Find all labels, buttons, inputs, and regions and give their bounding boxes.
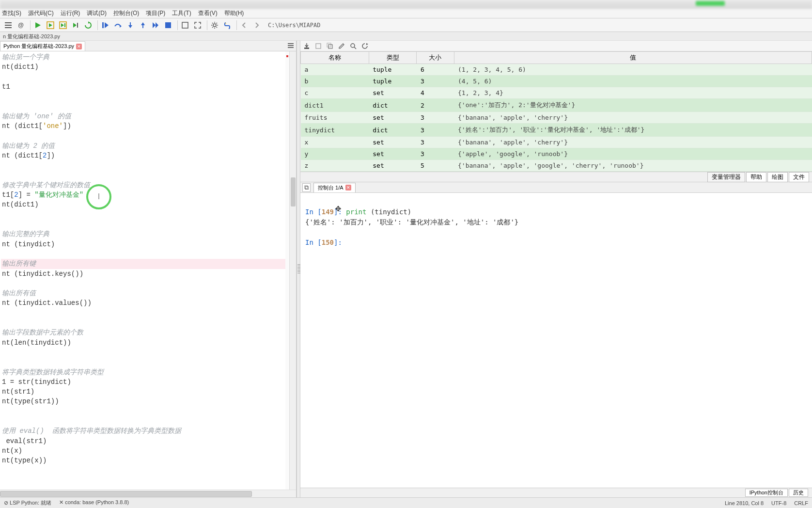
code-line: 修改字典中某个键对应的数值 xyxy=(1,180,296,190)
editor-horizontal-scrollbar[interactable] xyxy=(0,490,296,497)
run-cell-icon[interactable] xyxy=(45,20,56,31)
save-data-icon[interactable] xyxy=(315,43,322,49)
var-cell-type: tuple xyxy=(369,76,417,87)
code-line: t1 xyxy=(1,82,296,92)
menu-find[interactable]: 查找(S) xyxy=(2,9,21,17)
step-over-icon[interactable] xyxy=(112,20,123,31)
edit-icon[interactable] xyxy=(338,43,345,49)
table-row[interactable]: atuple6(1, 2, 3, 4, 5, 6) xyxy=(301,64,812,76)
at-icon[interactable]: @ xyxy=(16,20,26,31)
import-data-icon[interactable] xyxy=(303,43,310,49)
code-line: 输出所有键 xyxy=(1,259,296,269)
hamburger-icon[interactable] xyxy=(287,42,294,49)
table-row[interactable]: yset3{'apple', 'google', 'runoob'} xyxy=(301,148,812,160)
var-header-value[interactable]: 值 xyxy=(454,52,812,64)
forward-icon[interactable] xyxy=(251,20,262,31)
rerun-icon[interactable] xyxy=(83,20,94,31)
ipython-console[interactable]: In [149]: print (tinydict) {'姓名': '加百力',… xyxy=(300,193,812,488)
svg-marker-17 xyxy=(153,22,156,28)
variable-explorer-table[interactable]: 名称 类型 大小 值 atuple6(1, 2, 3, 4, 5, 6)btup… xyxy=(300,51,812,172)
table-row[interactable]: dict1dict2{'one':'加百力', 2:'量化对冲基金'} xyxy=(301,99,812,112)
var-cell-type: set xyxy=(369,112,417,124)
svg-rect-10 xyxy=(77,23,78,28)
tab-help[interactable]: 帮助 xyxy=(746,172,766,182)
outline-icon[interactable] xyxy=(3,20,14,31)
status-eol[interactable]: CRLF xyxy=(794,500,808,506)
debug-step-icon[interactable] xyxy=(100,20,110,31)
close-icon[interactable]: ✕ xyxy=(345,185,351,190)
var-cell-value: {'banana', 'apple', 'google', 'cherry', … xyxy=(454,160,812,172)
var-header-type[interactable]: 类型 xyxy=(369,52,417,64)
menu-console[interactable]: 控制台(O) xyxy=(113,9,139,17)
status-conda[interactable]: ✕ conda: base (Python 3.8.8) xyxy=(59,499,129,507)
run-icon[interactable] xyxy=(32,20,43,31)
working-dir-path[interactable]: C:\Users\MIAPAD xyxy=(268,22,320,29)
var-cell-name: x xyxy=(301,137,369,148)
save-all-icon[interactable] xyxy=(327,43,333,49)
editor-vertical-scrollbar[interactable] xyxy=(289,51,296,490)
tab-plots[interactable]: 绘图 xyxy=(767,172,788,182)
status-encoding[interactable]: UTF-8 xyxy=(771,500,786,506)
tab-variable-explorer[interactable]: 变量管理器 xyxy=(707,172,745,182)
tab-ipython-console[interactable]: IPython控制台 xyxy=(745,489,788,497)
var-cell-size: 4 xyxy=(417,87,454,99)
code-line xyxy=(1,279,296,288)
code-line: nt(len(tinydict)) xyxy=(1,338,296,348)
tab-files[interactable]: 文件 xyxy=(789,172,809,182)
menu-view[interactable]: 查看(V) xyxy=(198,9,218,17)
step-out-icon[interactable] xyxy=(138,20,148,31)
table-row[interactable]: zset5{'banana', 'apple', 'google', 'cher… xyxy=(301,160,812,172)
var-header-name[interactable]: 名称 xyxy=(301,52,369,64)
code-line xyxy=(1,249,296,259)
code-line xyxy=(1,101,296,111)
menu-debug[interactable]: 调试(D) xyxy=(87,9,107,17)
search-icon[interactable] xyxy=(350,43,357,49)
svg-rect-20 xyxy=(182,22,188,28)
code-line: 将字典类型数据转换成字符串类型 xyxy=(1,367,296,377)
code-line xyxy=(1,92,296,101)
svg-rect-29 xyxy=(328,45,332,48)
svg-rect-8 xyxy=(64,23,65,27)
editor-tab-active[interactable]: Python 量化编程基础-2023.py ✕ xyxy=(0,41,85,51)
run-cell-advance-icon[interactable] xyxy=(58,20,68,31)
svg-marker-7 xyxy=(61,23,64,27)
tab-history[interactable]: 历史 xyxy=(789,489,808,497)
var-cell-name: dict1 xyxy=(301,99,369,112)
code-line: 输出键为 'one' 的值 xyxy=(1,111,296,121)
menu-source[interactable]: 源代码(C) xyxy=(28,9,54,17)
table-row[interactable]: fruitsset3{'banana', 'apple', 'cherry'} xyxy=(301,112,812,124)
svg-rect-19 xyxy=(165,22,171,28)
var-cell-name: fruits xyxy=(301,112,369,124)
stop-icon[interactable] xyxy=(163,20,173,31)
code-editor[interactable]: 输出第一个字典nt(dict1) t1 输出键为 'one' 的值nt (dic… xyxy=(0,51,296,490)
table-row[interactable]: cset4{1, 2, 3, 4} xyxy=(301,87,812,99)
table-row[interactable]: tinydictdict3{'姓名':'加百力', '职业':'量化对冲基金',… xyxy=(301,124,812,137)
run-selection-icon[interactable] xyxy=(70,20,81,31)
fullscreen-icon[interactable] xyxy=(192,20,203,31)
close-icon[interactable]: ✕ xyxy=(76,44,82,49)
console-browse-icon[interactable]: ⧉ xyxy=(302,183,311,192)
console-tab[interactable]: 控制台 1/A ✕ xyxy=(313,183,356,192)
menu-help[interactable]: 帮助(H) xyxy=(224,9,244,17)
preferences-icon[interactable] xyxy=(209,20,220,31)
table-row[interactable]: btuple3(4, 5, 6) xyxy=(301,76,812,87)
continue-icon[interactable] xyxy=(150,20,161,31)
vertical-splitter[interactable] xyxy=(297,41,300,497)
svg-point-21 xyxy=(213,24,216,27)
var-header-size[interactable]: 大小 xyxy=(417,52,454,64)
step-into-icon[interactable] xyxy=(125,20,136,31)
refresh-icon[interactable] xyxy=(361,43,368,49)
svg-marker-18 xyxy=(156,22,158,28)
status-lsp[interactable]: ⊘ LSP Python: 就绪 xyxy=(4,499,51,507)
code-line: nt (dict1[2]) xyxy=(1,151,296,160)
var-cell-value: {'banana', 'apple', 'cherry'} xyxy=(454,112,812,124)
code-line: nt (tinydict) xyxy=(1,239,296,249)
maximize-pane-icon[interactable] xyxy=(180,20,190,31)
table-row[interactable]: xset3{'banana', 'apple', 'cherry'} xyxy=(301,137,812,148)
menu-run[interactable]: 运行(R) xyxy=(61,9,80,17)
menu-tools[interactable]: 工具(T) xyxy=(172,9,191,17)
menu-project[interactable]: 项目(P) xyxy=(146,9,165,17)
back-icon[interactable] xyxy=(239,20,250,31)
python-path-icon[interactable] xyxy=(222,20,233,31)
svg-marker-16 xyxy=(141,22,145,25)
